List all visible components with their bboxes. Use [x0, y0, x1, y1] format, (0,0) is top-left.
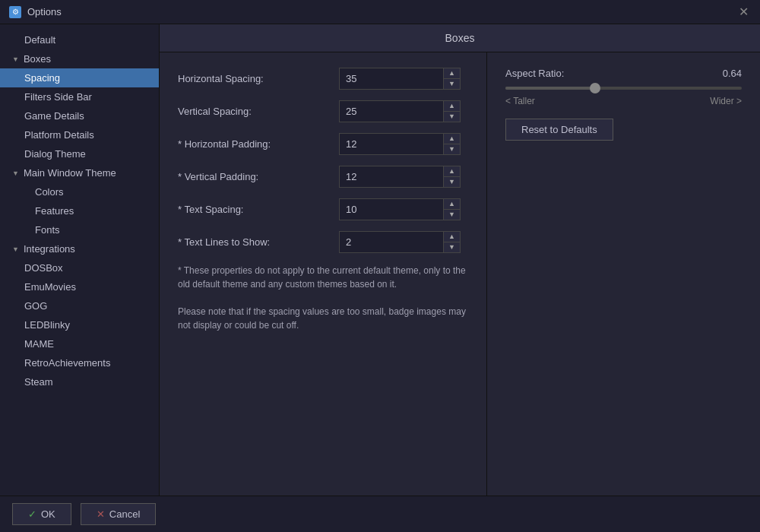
vertical-padding-input[interactable] [340, 168, 443, 185]
cancel-button[interactable]: ✕ Cancel [81, 503, 156, 525]
horizontal-spacing-label: Horizontal Spacing: [178, 73, 330, 84]
sidebar-item-label: Boxes [24, 53, 51, 65]
horizontal-spacing-increment-button[interactable]: ▲ [444, 68, 460, 79]
form-row-horizontal-spacing: Horizontal Spacing:▲▼ [178, 68, 468, 90]
text-spacing-increment-button[interactable]: ▲ [444, 199, 460, 210]
ok-button[interactable]: ✓ OK [12, 503, 71, 525]
horizontal-spacing-decrement-button[interactable]: ▼ [444, 79, 460, 89]
sidebar-item-gog[interactable]: GOG [0, 296, 159, 315]
sidebar-item-label: Platform Details [24, 129, 94, 141]
sidebar-item-retroachievements[interactable]: RetroAchievements [0, 353, 159, 372]
vertical-spacing-increment-button[interactable]: ▲ [444, 101, 460, 112]
sidebar: Default▼BoxesSpacingFilters Side BarGame… [0, 24, 160, 496]
text-spacing-spinner[interactable]: ▲▼ [339, 198, 461, 220]
text-spacing-decrement-button[interactable]: ▼ [444, 210, 460, 220]
title-bar-left: ⚙ Options [9, 6, 62, 18]
right-panel: Aspect Ratio: 0.64 < Taller Wider > Rese… [486, 52, 760, 496]
sidebar-item-label: Features [35, 205, 74, 217]
triangle-icon: ▼ [12, 55, 19, 63]
vertical-spacing-decrement-button[interactable]: ▼ [444, 112, 460, 122]
cancel-label: Cancel [109, 508, 140, 520]
vertical-spacing-spinner-buttons: ▲▼ [443, 101, 460, 122]
vertical-padding-spinner-buttons: ▲▼ [443, 166, 460, 187]
text-spacing-spinner-buttons: ▲▼ [443, 199, 460, 220]
form-row-vertical-spacing: Vertical Spacing:▲▼ [178, 100, 468, 122]
sidebar-item-colors[interactable]: Colors [0, 182, 159, 201]
form-row-text-lines: * Text Lines to Show:▲▼ [178, 231, 468, 253]
slider-track [505, 87, 742, 90]
text-spacing-input[interactable] [340, 201, 443, 218]
aspect-ratio-slider-container[interactable] [505, 87, 742, 90]
text-lines-spinner-buttons: ▲▼ [443, 232, 460, 252]
sidebar-item-label: Spacing [24, 72, 60, 84]
sidebar-item-label: Colors [35, 186, 64, 198]
vertical-spacing-spinner[interactable]: ▲▼ [339, 100, 461, 122]
sidebar-item-dialog-theme[interactable]: Dialog Theme [0, 144, 159, 163]
horizontal-padding-decrement-button[interactable]: ▼ [444, 144, 460, 154]
horizontal-spacing-spinner[interactable]: ▲▼ [339, 68, 461, 90]
form-row-vertical-padding: * Vertical Padding:▲▼ [178, 166, 468, 188]
horizontal-padding-spinner[interactable]: ▲▼ [339, 133, 461, 155]
sidebar-item-label: EmuMovies [24, 281, 76, 293]
sidebar-item-label: Main Window Theme [24, 167, 116, 179]
sidebar-item-fonts[interactable]: Fonts [0, 220, 159, 239]
x-icon: ✕ [97, 508, 105, 520]
content-area: Boxes Horizontal Spacing:▲▼Vertical Spac… [160, 24, 760, 496]
sidebar-item-boxes[interactable]: ▼Boxes [0, 49, 159, 68]
text-lines-input[interactable] [340, 233, 443, 251]
content-title: Boxes [445, 32, 475, 44]
sidebar-item-label: Integrations [24, 243, 75, 255]
vertical-padding-decrement-button[interactable]: ▼ [444, 177, 460, 187]
sidebar-item-label: LEDBlinky [24, 319, 70, 331]
sidebar-item-label: Steam [24, 376, 53, 388]
title-bar-title: Options [27, 6, 62, 17]
vertical-spacing-label: Vertical Spacing: [178, 106, 330, 117]
vertical-padding-spinner[interactable]: ▲▼ [339, 166, 461, 188]
wider-label: Wider > [710, 96, 742, 106]
sidebar-item-features[interactable]: Features [0, 201, 159, 220]
sidebar-item-emumovies[interactable]: EmuMovies [0, 277, 159, 296]
title-bar: ⚙ Options ✕ [0, 0, 760, 24]
text-lines-increment-button[interactable]: ▲ [444, 232, 460, 242]
app-icon: ⚙ [9, 6, 21, 18]
sidebar-item-steam[interactable]: Steam [0, 372, 159, 391]
sidebar-item-filters-side-bar[interactable]: Filters Side Bar [0, 87, 159, 106]
sidebar-item-label: Default [24, 34, 55, 46]
text-lines-spinner[interactable]: ▲▼ [339, 231, 461, 253]
close-button[interactable]: ✕ [736, 5, 751, 20]
horizontal-padding-input[interactable] [340, 135, 443, 153]
sidebar-item-platform-details[interactable]: Platform Details [0, 125, 159, 144]
sidebar-item-label: RetroAchievements [24, 357, 110, 369]
aspect-ratio-label: Aspect Ratio: [505, 68, 564, 79]
horizontal-spacing-spinner-buttons: ▲▼ [443, 68, 460, 89]
vertical-padding-label: * Vertical Padding: [178, 171, 330, 182]
slider-thumb[interactable] [590, 83, 600, 93]
vertical-spacing-input[interactable] [340, 103, 443, 120]
form-panel: Horizontal Spacing:▲▼Vertical Spacing:▲▼… [160, 52, 486, 496]
slider-fill [505, 87, 595, 90]
slider-labels: < Taller Wider > [505, 96, 742, 106]
form-row-horizontal-padding: * Horizontal Padding:▲▼ [178, 133, 468, 155]
triangle-icon: ▼ [12, 169, 19, 177]
sidebar-item-label: GOG [24, 300, 47, 312]
sidebar-item-integrations[interactable]: ▼Integrations [0, 239, 159, 258]
sidebar-item-main-window-theme[interactable]: ▼Main Window Theme [0, 163, 159, 182]
sidebar-item-dosbox[interactable]: DOSBox [0, 258, 159, 277]
horizontal-padding-increment-button[interactable]: ▲ [444, 134, 460, 144]
sidebar-item-label: Fonts [35, 224, 60, 236]
sidebar-item-ledblinky[interactable]: LEDBlinky [0, 315, 159, 334]
sidebar-item-spacing[interactable]: Spacing [0, 68, 159, 87]
text-lines-decrement-button[interactable]: ▼ [444, 242, 460, 252]
sidebar-item-mame[interactable]: MAME [0, 334, 159, 353]
horizontal-padding-label: * Horizontal Padding: [178, 138, 330, 150]
content-body: Horizontal Spacing:▲▼Vertical Spacing:▲▼… [160, 52, 760, 496]
vertical-padding-increment-button[interactable]: ▲ [444, 166, 460, 177]
sidebar-item-default[interactable]: Default [0, 30, 159, 49]
sidebar-item-label: Dialog Theme [24, 148, 86, 160]
bottom-bar: ✓ OK ✕ Cancel [0, 496, 760, 532]
sidebar-item-game-details[interactable]: Game Details [0, 106, 159, 125]
horizontal-padding-spinner-buttons: ▲▼ [443, 134, 460, 154]
sidebar-item-label: MAME [24, 338, 54, 350]
horizontal-spacing-input[interactable] [340, 70, 443, 87]
reset-defaults-button[interactable]: Reset to Defaults [505, 119, 613, 141]
